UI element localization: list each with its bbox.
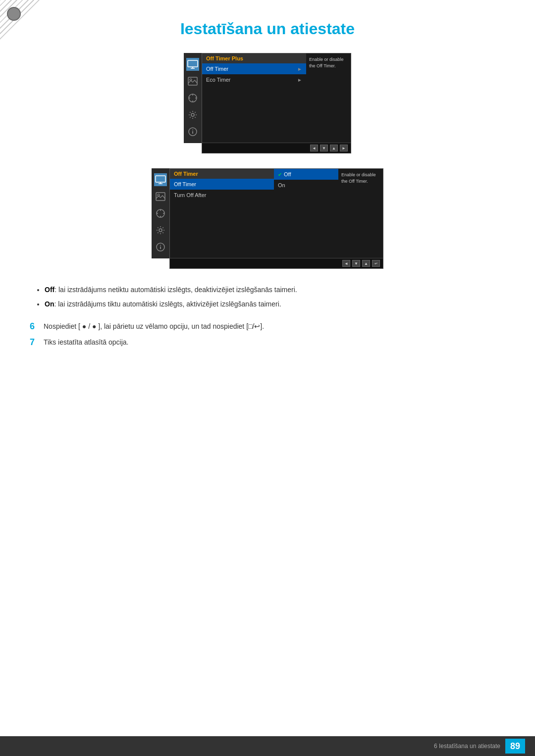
screenshot1-wrapper: Off Timer Plus Off Timer ► Eco Timer ► E… bbox=[202, 53, 351, 153]
chapter-icon bbox=[7, 7, 21, 21]
adjust-icon-1 bbox=[186, 92, 199, 104]
nav-btn-right-2[interactable]: ↵ bbox=[372, 260, 380, 267]
check-icon: ✔ bbox=[278, 172, 282, 177]
settings-icon-1 bbox=[186, 108, 199, 121]
bullet-item-off: Off: lai izstrādājums netiktu automātisk… bbox=[45, 284, 505, 296]
menu-item-label-2b: Turn Off After bbox=[174, 192, 206, 198]
step-7: 7 Tiks iestatīta atlasītā opcija. bbox=[30, 336, 505, 349]
bullet-list: Off: lai izstrādājums netiktu automātisk… bbox=[30, 284, 505, 310]
steps-section: 6 Nospiediet [ ● / ● ], lai pārietu uz v… bbox=[30, 320, 505, 348]
footer-label: 6 Iestatīšana un atiestate bbox=[434, 743, 500, 750]
monitor-icon-2 bbox=[154, 173, 167, 186]
desc-text-2: Enable or disable the Off Timer. bbox=[341, 172, 376, 184]
picture-icon-2 bbox=[154, 190, 167, 203]
menu-arrow: ► bbox=[297, 77, 302, 83]
svg-rect-14 bbox=[156, 176, 165, 182]
svg-point-27 bbox=[160, 245, 161, 246]
menu-item-off-timer-1[interactable]: Off Timer ► bbox=[202, 63, 306, 74]
svg-rect-0 bbox=[188, 60, 198, 67]
nav-btn-right-1[interactable]: ► bbox=[340, 145, 348, 151]
submenu-label-off: Off bbox=[284, 171, 291, 177]
bullet-text-on: : lai izstrādājums tiktu automātiski izs… bbox=[54, 300, 281, 308]
submenu-panel-2: ✔ Off On bbox=[274, 169, 338, 258]
menu-item-label: Off Timer bbox=[206, 66, 228, 72]
step-number-7: 7 bbox=[30, 336, 40, 349]
info-icon-2 bbox=[154, 241, 167, 253]
bullet-item-on: On: lai izstrādājums tiktu automātiski i… bbox=[45, 298, 505, 310]
info-icon-1 bbox=[186, 125, 199, 138]
svg-point-13 bbox=[192, 130, 193, 131]
submenu-item-off[interactable]: ✔ Off bbox=[274, 169, 338, 180]
menu-arrow: ► bbox=[297, 66, 302, 72]
picture-icon-1 bbox=[186, 75, 199, 88]
screenshot2-top: Off Timer Off Timer Turn Off After ✔ bbox=[170, 169, 383, 258]
bullet-bold-off: Off bbox=[45, 286, 54, 294]
monitor-ui-2: Off Timer Off Timer Turn Off After ✔ bbox=[152, 168, 383, 269]
nav-btn-left-1[interactable]: ◄ bbox=[310, 145, 318, 151]
menu-header-2: Off Timer bbox=[170, 169, 274, 179]
nav-bar-2: ◄ ▼ ▲ ↵ bbox=[170, 258, 383, 268]
nav-btn-down-1[interactable]: ▼ bbox=[320, 145, 328, 151]
page-title: Iestatīšana un atiestate bbox=[0, 0, 535, 53]
step-number-6: 6 bbox=[30, 320, 40, 333]
right-desc-1: Enable or disable the Off Timer. bbox=[306, 53, 351, 143]
page-number: 89 bbox=[505, 739, 525, 754]
left-icons-panel-1 bbox=[184, 53, 202, 143]
svg-point-10 bbox=[191, 113, 194, 116]
adjust-icon-2 bbox=[154, 207, 167, 220]
menu-item-off-timer-2[interactable]: Off Timer bbox=[170, 179, 274, 190]
nav-btn-down-2[interactable]: ▼ bbox=[352, 260, 360, 267]
submenu-label-on: On bbox=[278, 182, 285, 188]
bullet-bold-on: On bbox=[45, 300, 54, 308]
menu-spacer bbox=[202, 85, 306, 115]
screenshot1-container: Off Timer Plus Off Timer ► Eco Timer ► E… bbox=[0, 53, 535, 153]
menu-item-eco-timer-1[interactable]: Eco Timer ► bbox=[202, 74, 306, 85]
menu-item-turn-off-2[interactable]: Turn Off After bbox=[170, 190, 274, 201]
monitor-icon-1 bbox=[186, 58, 199, 71]
menu-item-label: Eco Timer bbox=[206, 77, 231, 83]
nav-btn-up-1[interactable]: ▲ bbox=[330, 145, 338, 151]
menu-panel-1: Off Timer Plus Off Timer ► Eco Timer ► bbox=[202, 53, 306, 143]
menu-header-1: Off Timer Plus bbox=[202, 53, 306, 63]
footer: 6 Iestatīšana un atiestate 89 bbox=[0, 736, 535, 756]
monitor-ui-1: Off Timer Plus Off Timer ► Eco Timer ► E… bbox=[184, 53, 351, 153]
menu-spacer-2 bbox=[170, 201, 274, 230]
svg-point-24 bbox=[159, 229, 162, 232]
left-icons-panel-2 bbox=[152, 168, 169, 258]
nav-btn-up-2[interactable]: ▲ bbox=[362, 260, 370, 267]
screenshot2-wrapper: Off Timer Off Timer Turn Off After ✔ bbox=[169, 168, 383, 269]
screenshot2-main: Off Timer Off Timer Turn Off After ✔ bbox=[169, 168, 383, 269]
screenshot1-top: Off Timer Plus Off Timer ► Eco Timer ► E… bbox=[202, 53, 351, 143]
settings-icon-2 bbox=[154, 224, 167, 237]
step-6: 6 Nospiediet [ ● / ● ], lai pārietu uz v… bbox=[30, 320, 505, 333]
menu-item-label-2a: Off Timer bbox=[174, 181, 196, 187]
right-desc-2: Enable or disable the Off Timer. bbox=[338, 169, 383, 258]
nav-bar-1: ◄ ▼ ▲ ► bbox=[202, 143, 351, 153]
step-text-6: Nospiediet [ ● / ● ], lai pārietu uz vēl… bbox=[44, 320, 264, 333]
submenu-item-on[interactable]: On bbox=[274, 180, 338, 191]
desc-text-1: Enable or disable the Off Timer. bbox=[309, 57, 344, 68]
step-text-7: Tiks iestatīta atlasītā opcija. bbox=[44, 336, 128, 349]
menu-panel-2: Off Timer Off Timer Turn Off After bbox=[170, 169, 274, 258]
nav-btn-left-2[interactable]: ◄ bbox=[342, 260, 350, 267]
screenshot1-main: Off Timer Plus Off Timer ► Eco Timer ► E… bbox=[202, 53, 351, 153]
screenshot2-container: Off Timer Off Timer Turn Off After ✔ bbox=[0, 168, 535, 269]
bullet-text-off: : lai izstrādājums netiktu automātiski i… bbox=[54, 286, 297, 294]
